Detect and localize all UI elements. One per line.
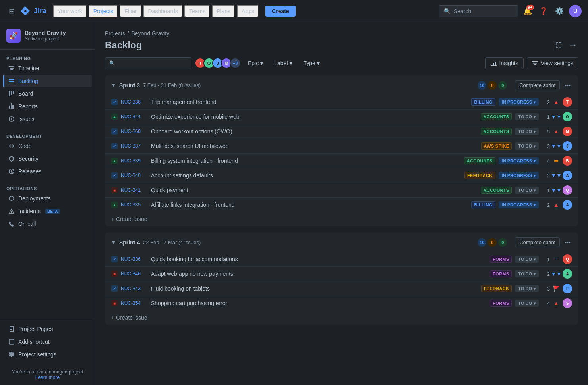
issue-label[interactable]: ACCOUNTS	[481, 187, 512, 194]
nav-plans[interactable]: Plans	[212, 5, 235, 17]
table-row[interactable]: ▲ NUC-344 Optimize experience for mobile…	[105, 110, 578, 124]
issue-status[interactable]: TO DO ▾	[515, 142, 539, 150]
sprint3-header[interactable]: ▼ Sprint 3 7 Feb - 21 Feb (8 issues) 10 …	[105, 75, 578, 95]
sidebar-item-deployments[interactable]: Deployments	[3, 192, 92, 204]
type-filter[interactable]: Type ▾	[300, 58, 324, 69]
nav-teams[interactable]: Teams	[184, 5, 210, 17]
issue-label[interactable]: FORMS	[490, 270, 512, 277]
nav-filter[interactable]: Filter	[120, 5, 141, 17]
table-row[interactable]: ✓ NUC-336 Quick booking for accommodatio…	[105, 252, 578, 267]
issue-label[interactable]: BILLING	[471, 98, 495, 106]
sidebar-item-releases[interactable]: Releases	[3, 166, 92, 177]
issue-label[interactable]: FEEDBACK	[481, 285, 512, 292]
priority-icon: 🚩	[553, 285, 559, 292]
user-avatar[interactable]: U	[569, 5, 582, 17]
table-row[interactable]: ▲ NUC-339 Billing system integration - f…	[105, 154, 578, 168]
epic-filter[interactable]: Epic ▾	[244, 58, 267, 69]
table-row[interactable]: ✓ NUC-338 Trip management frontend BILLI…	[105, 95, 578, 110]
notifications-button[interactable]: 🔔 9+	[521, 5, 534, 17]
nav-dashboards[interactable]: Dashboards	[143, 5, 183, 17]
sprint3-more-button[interactable]: •••	[563, 81, 572, 90]
search-input[interactable]	[118, 60, 187, 66]
issue-search[interactable]: 🔍	[105, 57, 191, 69]
sidebar-item-board[interactable]: Board	[3, 88, 92, 100]
sprint4-header[interactable]: ▼ Sprint 4 22 Feb - 7 Mar (4 issues) 10 …	[105, 233, 578, 252]
sprint4-complete-button[interactable]: Complete sprint	[515, 237, 560, 247]
sprint4-toggle[interactable]: ▼	[111, 240, 116, 245]
table-row[interactable]: ✓ NUC-337 Multi-dest search UI mobileweb…	[105, 139, 578, 154]
sidebar-item-reports[interactable]: Reports	[3, 100, 92, 112]
insights-button[interactable]: Insights	[485, 57, 524, 69]
issue-status[interactable]: TO DO ▾	[515, 300, 539, 307]
issue-status[interactable]: TO DO ▾	[515, 128, 539, 135]
issue-status[interactable]: TO DO ▾	[515, 256, 539, 263]
table-row[interactable]: ✓ NUC-360 Onboard workout options (OWO) …	[105, 124, 578, 139]
label-filter[interactable]: Label ▾	[270, 58, 296, 69]
issue-status[interactable]: TO DO ▾	[515, 113, 539, 120]
issue-label[interactable]: FORMS	[490, 256, 512, 263]
issue-label[interactable]: ACCOUNTS	[464, 157, 495, 164]
sidebar-item-timeline[interactable]: Timeline	[3, 62, 92, 74]
issue-label[interactable]: BILLING	[471, 201, 495, 208]
issue-status[interactable]: TO DO ▾	[515, 187, 539, 194]
logo[interactable]: Jira	[20, 6, 46, 17]
issue-type-icon: ▲	[111, 158, 118, 164]
table-row[interactable]: ■ NUC-346 Adapt web app no new payments …	[105, 267, 578, 281]
footer-link[interactable]: Learn more	[35, 375, 60, 380]
issue-title: Adapt web app no new payments	[151, 271, 487, 277]
issue-status[interactable]: IN PROGRESS ▾	[499, 172, 539, 179]
issue-title: Optimize experience for mobile web	[151, 114, 478, 120]
sidebar-item-backlog[interactable]: Backlog	[3, 75, 92, 87]
sidebar-item-incidents[interactable]: Incidents BETA	[3, 205, 92, 217]
avatar-more[interactable]: +3	[230, 58, 241, 69]
issue-label[interactable]: ACCOUNTS	[481, 128, 512, 135]
settings-button[interactable]: ⚙️	[553, 5, 566, 17]
sidebar-item-project-pages[interactable]: Project Pages	[3, 323, 92, 335]
sidebar-item-oncall[interactable]: On-call	[3, 218, 92, 230]
priority-icon: ▼▼	[553, 143, 559, 149]
issue-status[interactable]: IN PROGRESS ▾	[499, 98, 539, 106]
sidebar-item-issues[interactable]: Issues	[3, 113, 92, 125]
table-row[interactable]: ■ NUC-341 Quick payment ACCOUNTS TO DO ▾…	[105, 183, 578, 198]
expand-button[interactable]	[553, 40, 564, 51]
toolbar: 🔍 T O J M +3 Epic ▾ Label ▾ Type ▾	[105, 57, 578, 69]
sidebar-item-security[interactable]: Security	[3, 153, 92, 165]
more-options-button[interactable]	[567, 40, 578, 51]
sprint4-more-button[interactable]: •••	[563, 238, 572, 247]
help-button[interactable]: ❓	[537, 5, 550, 17]
nav-projects[interactable]: Projects	[89, 5, 118, 17]
table-row[interactable]: ✓ NUC-343 Fluid booking on tablets FEEDB…	[105, 281, 578, 296]
sidebar-item-add-shortcut[interactable]: Add shortcut	[3, 336, 92, 348]
search-box[interactable]: 🔍 Search	[439, 5, 518, 17]
nav-apps[interactable]: Apps	[237, 5, 259, 17]
issue-avatar: A	[563, 200, 572, 210]
breadcrumb-project[interactable]: Beyond Gravity	[131, 30, 169, 37]
issue-status[interactable]: IN PROGRESS ▾	[499, 157, 539, 164]
operations-section: OPERATIONS Deployments Incidents BETA On…	[0, 180, 95, 232]
issue-label[interactable]: FEEDBACK	[464, 172, 495, 179]
issue-label[interactable]: ACCOUNTS	[481, 113, 512, 120]
status-badge: TO DO ▾	[515, 113, 539, 120]
issue-label[interactable]: AWS SPIKE	[481, 142, 512, 150]
issue-status[interactable]: TO DO ▾	[515, 285, 539, 292]
table-row[interactable]: ■ NUC-354 Shopping cart purchasing error…	[105, 296, 578, 310]
issue-type-icon: ■	[111, 271, 118, 277]
oncall-icon	[8, 220, 15, 227]
table-row[interactable]: ▲ NUC-335 Affiliate links integration - …	[105, 198, 578, 212]
grid-icon[interactable]: ⊞	[6, 4, 17, 18]
sprint3-toggle[interactable]: ▼	[111, 83, 116, 88]
sidebar-item-project-settings[interactable]: Project settings	[3, 348, 92, 360]
sprint4-create-issue[interactable]: + Create issue	[105, 310, 578, 325]
sprint3-create-issue[interactable]: + Create issue	[105, 212, 578, 226]
breadcrumb-projects[interactable]: Projects	[105, 30, 125, 37]
issue-label[interactable]: FORMS	[490, 300, 512, 307]
view-settings-button[interactable]: View settings	[527, 57, 578, 69]
sprint3-badge-inprogress: 8	[488, 81, 497, 90]
sidebar-item-code[interactable]: Code	[3, 140, 92, 152]
sprint3-complete-button[interactable]: Complete sprint	[515, 80, 560, 90]
nav-your-work[interactable]: Your work	[53, 5, 87, 17]
table-row[interactable]: ✓ NUC-340 Account settings defaults FEED…	[105, 168, 578, 183]
issue-status[interactable]: IN PROGRESS ▾	[499, 201, 539, 208]
issue-status[interactable]: TO DO ▾	[515, 270, 539, 277]
create-button[interactable]: Create	[265, 6, 296, 17]
